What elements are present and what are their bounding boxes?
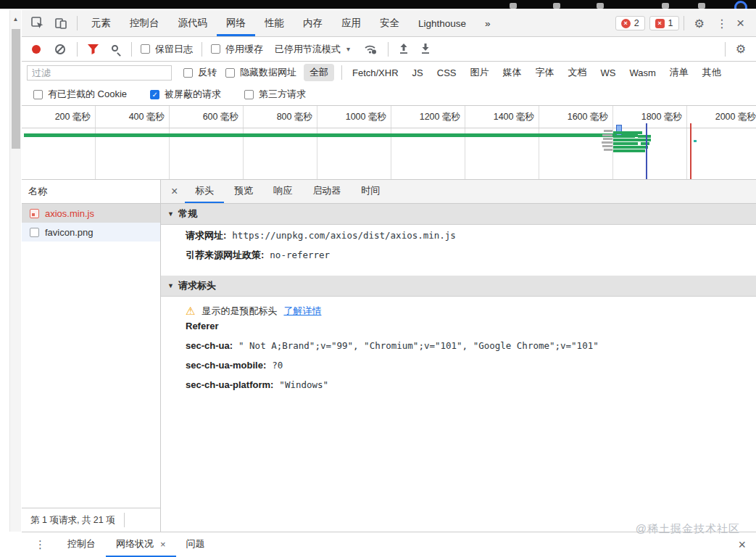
tab-initiator[interactable]: 启动器: [302, 180, 351, 203]
tab-lighthouse[interactable]: Lighthouse: [409, 10, 475, 36]
network-settings-gear-icon[interactable]: ⚙: [730, 42, 756, 56]
scrollbar-thumb[interactable]: [12, 29, 20, 149]
filter-type-item[interactable]: 其他: [702, 66, 721, 79]
extension-icon[interactable]: [553, 3, 560, 9]
clear-icon[interactable]: [55, 44, 65, 54]
filter-type-item[interactable]: 图片: [470, 66, 489, 79]
checkbox-icon[interactable]: [141, 44, 150, 54]
network-conditions-icon[interactable]: [357, 44, 383, 54]
header-name: Referer: [186, 321, 219, 331]
invert-checkbox[interactable]: 反转: [179, 66, 221, 79]
error-count: 2: [634, 18, 639, 28]
checkbox-icon[interactable]: [244, 90, 254, 99]
tab-headers[interactable]: 标头: [185, 180, 224, 203]
vertical-scrollbar[interactable]: ▲: [9, 10, 21, 532]
checkbox-icon[interactable]: [33, 90, 43, 99]
chevron-down-icon: ▾: [346, 45, 350, 53]
header-line: 请求网址: https://unpkg.com/axios/dist/axios…: [186, 229, 756, 249]
tab-performance[interactable]: 性能: [255, 10, 294, 36]
close-drawer-icon[interactable]: ×: [728, 532, 756, 557]
filter-type-item[interactable]: Fetch/XHR: [352, 67, 399, 78]
collapse-caret-icon: ▼: [167, 282, 174, 289]
detail-tabbar: × 标头 预览 响应 启动器 时间: [161, 180, 756, 204]
checkbox-checked-icon[interactable]: ✓: [150, 90, 159, 99]
drawer-tab-network-conditions[interactable]: 网络状况 ×: [106, 532, 176, 557]
tab-console[interactable]: 控制台: [120, 10, 169, 36]
tabbar-right-controls: × 2 × 1 ⚙ ⋮ ×: [611, 10, 756, 36]
general-section-header[interactable]: ▼ 常规: [161, 204, 756, 225]
issue-count: 1: [668, 18, 673, 28]
close-tab-icon[interactable]: ×: [160, 539, 166, 550]
timeline-tick-label: 1200 毫秒: [391, 106, 465, 179]
blocked-cookies-checkbox[interactable]: 有已拦截的 Cookie: [29, 88, 131, 101]
filter-type-item[interactable]: 字体: [535, 66, 554, 79]
drawer-tab-issues[interactable]: 问题: [176, 532, 215, 557]
profile-avatar[interactable]: [734, 1, 747, 9]
filter-type-item[interactable]: 媒体: [502, 66, 521, 79]
waterfall-bar: [613, 142, 638, 145]
close-devtools-icon[interactable]: ×: [734, 15, 750, 31]
tab-sources[interactable]: 源代码: [169, 10, 217, 36]
filter-type-item[interactable]: 文档: [568, 66, 586, 79]
throttling-select[interactable]: 已停用节流模式 ▾: [267, 43, 357, 56]
tab-preview[interactable]: 预览: [224, 180, 263, 203]
import-har-icon[interactable]: [393, 44, 415, 54]
network-overview-timeline[interactable]: 200 毫秒400 毫秒600 毫秒800 毫秒1000 毫秒1200 毫秒14…: [22, 105, 756, 180]
request-row-axios[interactable]: axios.min.js: [22, 204, 160, 223]
inspect-element-icon[interactable]: [26, 10, 49, 36]
filter-funnel-icon[interactable]: [82, 44, 104, 54]
settings-gear-icon[interactable]: ⚙: [689, 17, 710, 30]
issue-count-badge[interactable]: × 1: [649, 16, 679, 30]
filter-type-item[interactable]: 清单: [670, 66, 689, 79]
search-icon[interactable]: [112, 45, 118, 51]
filter-type-item[interactable]: JS: [412, 67, 423, 78]
filter-type-item[interactable]: Wasm: [629, 67, 655, 78]
drawer-tab-console[interactable]: 控制台: [57, 532, 106, 557]
tab-application[interactable]: 应用: [332, 10, 370, 36]
checkbox-icon[interactable]: [225, 68, 235, 78]
error-count-badge[interactable]: × 2: [615, 16, 645, 30]
request-list-panel: 名称 axios.min.js favicon.png 第 1 项请求, 共 2…: [22, 180, 161, 532]
extension-icon[interactable]: [597, 3, 604, 9]
menu-icon[interactable]: [662, 3, 669, 9]
close-detail-icon[interactable]: ×: [161, 180, 185, 203]
tab-security[interactable]: 安全: [370, 10, 409, 36]
device-toolbar-icon[interactable]: [49, 10, 72, 36]
request-headers-section-header[interactable]: ▼ 请求标头: [161, 276, 756, 297]
preserve-log-checkbox[interactable]: 保留日志: [136, 43, 197, 56]
extension-icon[interactable]: [510, 3, 517, 9]
overview-green-bar: [24, 133, 638, 137]
tab-response[interactable]: 响应: [263, 180, 302, 203]
tab-elements[interactable]: 元素: [82, 10, 120, 36]
checkbox-icon[interactable]: [183, 68, 193, 78]
checkmark-icon: ✓: [151, 91, 157, 99]
scroll-up-icon[interactable]: ▲: [10, 16, 21, 22]
tab-network[interactable]: 网络: [217, 10, 255, 36]
filter-type-item[interactable]: CSS: [437, 67, 457, 78]
more-options-icon[interactable]: ⋮: [710, 17, 734, 30]
filter-type-all[interactable]: 全部: [304, 64, 334, 81]
general-section-title: 常规: [178, 207, 197, 220]
disable-cache-checkbox[interactable]: 停用缓存: [207, 43, 267, 56]
divider: [725, 42, 726, 57]
request-headers-content: ⚠ 显示的是预配标头 了解详情 Referer sec-ch-ua: " Not…: [161, 297, 756, 406]
tab-timing[interactable]: 时间: [351, 180, 390, 203]
header-value: ?0: [272, 360, 283, 371]
hide-data-urls-checkbox[interactable]: 隐藏数据网址: [221, 66, 301, 79]
third-party-checkbox[interactable]: 第三方请求: [240, 88, 310, 101]
blocked-requests-checkbox[interactable]: ✓ 被屏蔽的请求: [146, 88, 225, 101]
learn-more-link[interactable]: 了解详情: [283, 305, 321, 318]
export-har-icon[interactable]: [415, 44, 436, 54]
tab-memory[interactable]: 内存: [294, 10, 332, 36]
filter-type-item[interactable]: WS: [600, 67, 615, 78]
checkbox-icon[interactable]: [211, 44, 220, 54]
header-line: sec-ch-ua: " Not A;Brand";v="99", "Chrom…: [186, 340, 756, 360]
more-tabs-icon[interactable]: »: [475, 10, 500, 36]
menu-icon[interactable]: [698, 3, 705, 9]
drawer-menu-icon[interactable]: ⋮: [22, 532, 57, 557]
name-column-header[interactable]: 名称: [22, 180, 160, 204]
request-row-favicon[interactable]: favicon.png: [22, 223, 160, 242]
filter-input[interactable]: [27, 65, 172, 81]
record-icon[interactable]: [32, 45, 41, 54]
waterfall-label-stub: [604, 149, 612, 151]
